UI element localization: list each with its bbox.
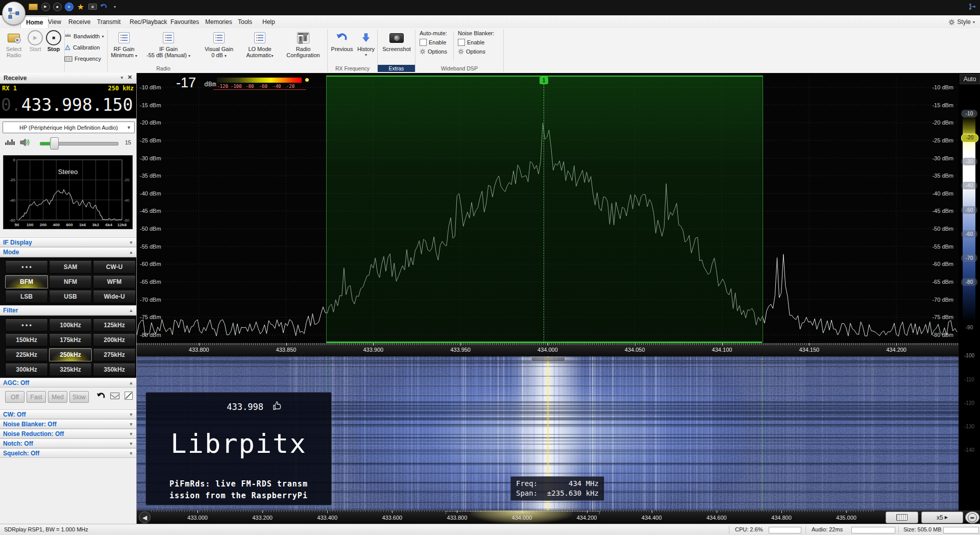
application-menu-button[interactable] xyxy=(2,2,26,25)
history-button[interactable]: History ▾ xyxy=(355,29,377,65)
filter-button-300khz[interactable]: 300kHz xyxy=(5,363,48,376)
filter-button-350khz[interactable]: 350kHz xyxy=(93,363,136,376)
tab-help[interactable]: Help xyxy=(257,16,280,28)
section-noise-blanker[interactable]: Noise Blanker: Off▾ xyxy=(0,419,136,429)
filter-button-100khz[interactable]: 100kHz xyxy=(49,319,92,332)
favourites-star-icon[interactable]: ★ xyxy=(76,2,85,11)
tab-memories[interactable]: Memories xyxy=(200,16,237,28)
envelope-icon[interactable] xyxy=(110,393,119,399)
palette-chip-m20[interactable]: -20 xyxy=(961,134,978,142)
agc-button-slow[interactable]: Slow xyxy=(69,391,89,403)
stop-icon[interactable]: ■ xyxy=(53,2,62,11)
play-icon[interactable]: ▶ xyxy=(41,2,50,11)
waterfall-display[interactable]: 433.998 Librpitx PiFmRds: live FM-RDS tr… xyxy=(137,356,959,510)
zoom-factor-button[interactable]: x5 ▶ xyxy=(921,512,963,523)
filter-button-150khz[interactable]: 150kHz xyxy=(5,333,48,347)
palette-chip-m50[interactable]: -50 xyxy=(961,206,977,214)
filter-button-175khz[interactable]: 175kHz xyxy=(49,333,92,347)
agc-button-med[interactable]: Med xyxy=(48,391,67,403)
tab-favourites[interactable]: Favourites xyxy=(165,16,204,28)
mode-button-lsb[interactable]: LSB xyxy=(5,290,48,303)
filter-button-200khz[interactable]: 200kHz xyxy=(93,333,136,347)
lo-mode-button[interactable]: LO Mode Automatic▾ xyxy=(243,29,277,65)
filter-button-225khz[interactable]: 225kHz xyxy=(5,348,48,361)
noise-blanker-enable-checkbox[interactable]: Enable xyxy=(458,39,499,46)
mode-button-bfm[interactable]: BFM xyxy=(5,275,48,288)
mode-button-usb[interactable]: USB xyxy=(49,290,92,303)
section-mode[interactable]: Mode▴ xyxy=(0,247,136,257)
frequency-readout[interactable]: 0.433.998.150 xyxy=(1,95,133,115)
palette-gradient-bar[interactable] xyxy=(217,78,302,83)
visual-gain-button[interactable]: Visual Gain 0 dB ▾ xyxy=(200,29,238,65)
palette-chip-m40[interactable]: -40 xyxy=(961,182,977,189)
mode-button-cwu[interactable]: CW-U xyxy=(93,260,136,274)
speaker-icon[interactable] xyxy=(19,137,31,150)
section-notch[interactable]: Notch: Off▾ xyxy=(0,439,136,448)
select-radio-button[interactable]: ▶ Select Radio xyxy=(2,29,26,65)
palette-auto-button[interactable]: Auto xyxy=(960,74,980,84)
rx-filter-region[interactable] xyxy=(326,76,763,343)
mode-button-wfm[interactable]: WFM xyxy=(93,275,136,288)
tab-transmit[interactable]: Transmit xyxy=(92,16,126,28)
undo-icon[interactable] xyxy=(99,2,108,11)
panel-collapse-icon[interactable]: ▾ xyxy=(120,75,123,80)
tab-view[interactable]: View xyxy=(43,16,66,28)
mode-button-[interactable]: • • • xyxy=(5,260,48,274)
if-gain-button[interactable]: IF Gain -55 dB (Manual) ▾ xyxy=(142,29,195,65)
tab-receive[interactable]: Receive xyxy=(63,16,95,28)
noise-blanker-options-button[interactable]: Options xyxy=(458,48,499,55)
receive-panel-header[interactable]: Receive ▾ ✕ xyxy=(0,73,136,84)
style-menu[interactable]: Style ▾ xyxy=(948,17,975,27)
palette-chip-m60[interactable]: -60 xyxy=(961,230,977,238)
agc-undo-icon[interactable] xyxy=(96,391,106,403)
keyboard-entry-button[interactable] xyxy=(886,512,918,523)
section-if-display[interactable]: IF Display▾ xyxy=(0,237,136,247)
thumbs-up-icon[interactable] xyxy=(273,401,283,413)
auto-mute-options-button[interactable]: Options xyxy=(420,48,455,55)
filter-button-125khz[interactable]: 125kHz xyxy=(93,319,136,332)
palette-chip-m30[interactable]: -30 xyxy=(961,158,977,165)
mode-button-sam[interactable]: SAM xyxy=(49,260,92,274)
palette-chip-m70[interactable]: -70 xyxy=(961,254,977,262)
agc-graph-icon[interactable] xyxy=(125,392,133,400)
mode-button-nfm[interactable]: NFM xyxy=(49,275,92,288)
current-view-bracket[interactable] xyxy=(446,511,600,514)
section-agc[interactable]: AGC: Off▴ xyxy=(0,378,136,387)
stop-button[interactable]: ■ Stop xyxy=(45,29,62,65)
palette-chip-m10[interactable]: -10 xyxy=(961,110,977,117)
spectrum-frequency-scale[interactable]: 433.800433.850433.900433.950434.000434.0… xyxy=(137,343,959,356)
panel-close-icon[interactable]: ✕ xyxy=(128,74,132,81)
agc-button-off[interactable]: Off xyxy=(5,391,24,403)
rf-spectrum-display[interactable]: 1 -17 dBm -120-100-80-60-40-20 -10 dBm-1… xyxy=(137,73,959,343)
continuum-toggle-button[interactable]: ▶▶ xyxy=(965,512,979,523)
start-button[interactable]: ▶ Start xyxy=(27,29,44,65)
radio-configuration-button[interactable]: Radio Configuration xyxy=(282,29,325,65)
filter-button-325khz[interactable]: 325kHz xyxy=(49,363,92,376)
mode-button-wideu[interactable]: Wide-U xyxy=(93,290,136,303)
add-icon[interactable]: + xyxy=(64,2,74,11)
filter-button-250khz[interactable]: 250kHz xyxy=(49,348,92,361)
calibration-button[interactable]: Calibration xyxy=(64,42,115,53)
auto-mute-enable-checkbox[interactable]: Enable xyxy=(420,39,455,46)
rx-marker-flag[interactable]: 1 xyxy=(540,77,548,84)
filter-button-275khz[interactable]: 275kHz xyxy=(93,348,136,361)
volume-slider-thumb[interactable] xyxy=(50,137,59,150)
filter-button-[interactable]: • • • xyxy=(5,319,48,332)
section-noise-reduction[interactable]: Noise Reduction: Off▾ xyxy=(0,429,136,439)
levels-icon[interactable] xyxy=(5,139,15,145)
audio-device-select[interactable]: HP (Périphérique High Definition Audio) … xyxy=(3,121,135,133)
section-squelch[interactable]: Squelch: Off▾ xyxy=(0,448,136,458)
agc-button-fast[interactable]: Fast xyxy=(27,391,46,403)
palette-chip-m80[interactable]: -80 xyxy=(961,278,977,286)
scroll-left-button[interactable]: ◀ xyxy=(139,512,151,523)
section-cw[interactable]: CW: Off▾ xyxy=(0,409,136,419)
open-folder-icon[interactable] xyxy=(29,2,38,11)
previous-button[interactable]: Previous xyxy=(330,29,354,65)
screenshot-button[interactable]: Screenshot xyxy=(380,29,413,65)
band-navigation-scale[interactable]: 433.000433.200433.400433.600433.800434.0… xyxy=(137,510,980,524)
camera-icon[interactable] xyxy=(88,2,97,11)
section-filter[interactable]: Filter▴ xyxy=(0,305,136,315)
tab-tools[interactable]: Tools xyxy=(233,16,257,28)
center-frequency-handle[interactable] xyxy=(531,357,565,361)
quick-access-more-icon[interactable]: ▾ xyxy=(110,2,119,11)
